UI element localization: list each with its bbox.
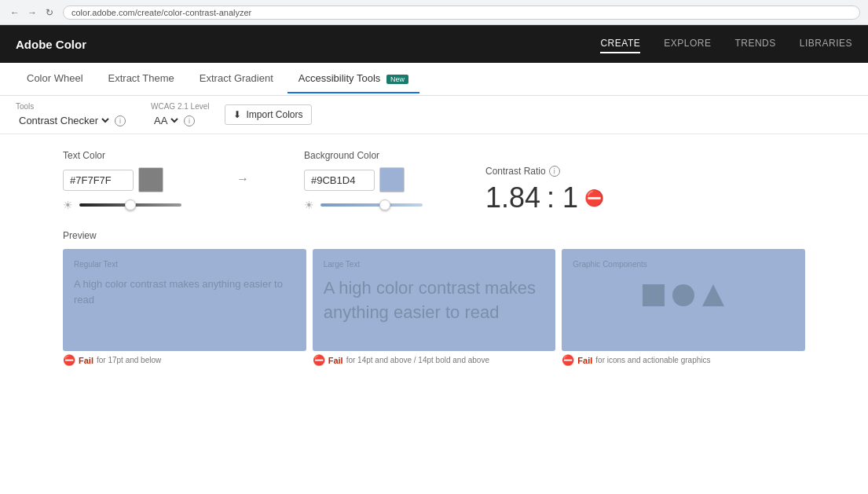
swap-colors-icon[interactable]: →	[236, 172, 249, 186]
address-bar[interactable]: color.adobe.com/create/color-contrast-an…	[63, 5, 860, 20]
status-graphic: ⛔ Fail for icons and actionable graphics	[562, 354, 805, 366]
large-text-label: Large Text	[324, 260, 545, 269]
wcag-info-icon[interactable]: i	[184, 115, 195, 126]
import-icon: ⬇	[233, 109, 241, 120]
wcag-section: WCAG 2.1 Level AA i	[151, 102, 209, 127]
wcag-label: WCAG 2.1 Level	[151, 102, 209, 111]
shape-triangle	[702, 284, 724, 306]
forward-button[interactable]: →	[25, 5, 39, 20]
bg-color-swatch[interactable]	[379, 167, 405, 192]
fail-label-graphic: Fail	[577, 356, 592, 365]
tools-label: Tools	[16, 102, 126, 111]
text-color-slider-row: ☀	[63, 199, 181, 211]
refresh-button[interactable]: ↻	[42, 5, 57, 20]
text-brightness-icon: ☀	[63, 199, 73, 211]
preview-status-row: ⛔ Fail for 17pt and below ⛔ Fail for 14p…	[63, 351, 805, 366]
tools-row: Tools Contrast Checker i WCAG 2.1 Level …	[0, 96, 868, 134]
browser-nav-buttons: ← → ↻	[8, 5, 57, 20]
fail-desc-regular: for 17pt and below	[97, 356, 161, 364]
nav-create[interactable]: CREATE	[600, 35, 640, 53]
preview-shapes	[573, 284, 794, 306]
text-color-slider[interactable]	[79, 203, 181, 207]
fail-circle-regular: ⛔	[63, 354, 75, 366]
top-nav-links: CREATE EXPLORE TRENDS LIBRARIES	[600, 35, 852, 53]
text-color-label: Text Color	[63, 150, 181, 161]
tool-select[interactable]: Contrast Checker	[16, 114, 112, 127]
tab-accessibility-tools[interactable]: Accessibility Tools New	[288, 64, 419, 93]
tab-extract-theme[interactable]: Extract Theme	[97, 64, 185, 93]
contrast-label: Contrast Ratio i	[485, 166, 604, 177]
tool-info-icon[interactable]: i	[115, 115, 126, 126]
preview-card-regular: Regular Text A high color contrast makes…	[63, 249, 306, 351]
tab-extract-gradient[interactable]: Extract Gradient	[189, 64, 284, 93]
nav-explore[interactable]: EXPLORE	[664, 35, 711, 53]
contrast-info-icon[interactable]: i	[549, 166, 560, 177]
bg-color-input[interactable]	[304, 170, 375, 191]
preview-card-graphic: Graphic Components	[562, 249, 805, 351]
bg-color-slider[interactable]	[320, 203, 423, 207]
text-color-input-row	[63, 167, 181, 192]
preview-card-large: Large Text A high color contrast makes a…	[313, 249, 556, 351]
bg-brightness-icon: ☀	[304, 199, 314, 211]
bg-color-slider-row: ☀	[304, 199, 423, 211]
fail-desc-large: for 14pt and above / 14pt bold and above	[346, 356, 489, 364]
contrast-separator: : 1	[547, 181, 578, 214]
fail-circle-large: ⛔	[313, 354, 325, 366]
status-large: ⛔ Fail for 14pt and above / 14pt bold an…	[313, 354, 556, 366]
wcag-select[interactable]: AA	[151, 114, 181, 127]
main-color-area: Text Color ☀ → Background Color ☀ Contra…	[0, 134, 868, 230]
shape-square	[643, 284, 665, 306]
browser-chrome: ← → ↻ color.adobe.com/create/color-contr…	[0, 0, 868, 25]
bg-color-label: Background Color	[304, 150, 423, 161]
text-color-input[interactable]	[63, 170, 134, 191]
large-text-content: A high color contrast makes anything eas…	[324, 276, 545, 325]
wcag-row: AA i	[151, 114, 209, 127]
contrast-value: 1.84 : 1 ⛔	[485, 181, 604, 214]
graphic-label: Graphic Components	[573, 260, 794, 269]
contrast-fail-icon: ⛔	[584, 188, 604, 207]
text-color-swatch[interactable]	[138, 167, 163, 192]
bg-color-input-row	[304, 167, 423, 192]
contrast-section: Contrast Ratio i 1.84 : 1 ⛔	[485, 150, 604, 214]
fail-label-large: Fail	[328, 356, 343, 365]
import-colors-button[interactable]: ⬇ Import Colors	[225, 104, 311, 125]
import-label: Import Colors	[246, 109, 302, 120]
app-logo: Adobe Color	[16, 38, 86, 51]
tab-bar: Color Wheel Extract Theme Extract Gradie…	[0, 63, 868, 96]
fail-label-regular: Fail	[79, 356, 93, 365]
status-regular: ⛔ Fail for 17pt and below	[63, 354, 306, 366]
tool-select-row: Contrast Checker i	[16, 114, 126, 127]
regular-text-label: Regular Text	[74, 260, 295, 269]
nav-trends[interactable]: TRENDS	[734, 35, 775, 53]
fail-circle-graphic: ⛔	[562, 354, 574, 366]
preview-label: Preview	[63, 230, 868, 241]
nav-libraries[interactable]: LIBRARIES	[800, 35, 852, 53]
bg-color-group: Background Color ☀	[304, 150, 423, 211]
tab-color-wheel[interactable]: Color Wheel	[16, 64, 94, 93]
shape-circle	[672, 284, 694, 306]
fail-desc-graphic: for icons and actionable graphics	[595, 356, 710, 364]
contrast-number: 1.84	[485, 181, 540, 214]
url-text: color.adobe.com/create/color-contrast-an…	[71, 8, 251, 17]
preview-cards: Regular Text A high color contrast makes…	[63, 249, 805, 351]
tool-section: Tools Contrast Checker i	[16, 102, 126, 127]
regular-text-content: A high color contrast makes anything eas…	[74, 276, 295, 307]
new-badge: New	[386, 75, 408, 84]
top-nav: Adobe Color CREATE EXPLORE TRENDS LIBRAR…	[0, 25, 868, 63]
back-button[interactable]: ←	[8, 5, 22, 20]
text-color-group: Text Color ☀	[63, 150, 181, 211]
